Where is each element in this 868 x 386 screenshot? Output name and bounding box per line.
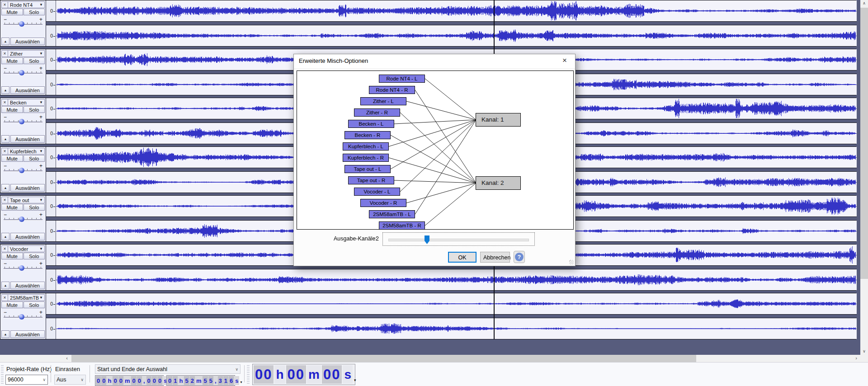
project-rate-select[interactable]: 96000 ∨ — [5, 375, 48, 385]
chevron-down-icon[interactable]: ▾ — [240, 376, 242, 385]
slider-thumb[interactable] — [425, 235, 429, 244]
time-digit[interactable]: 0 — [101, 376, 106, 385]
gain-slider[interactable]: − + — [1, 212, 45, 224]
mute-button[interactable]: Mute — [1, 106, 23, 113]
track-name[interactable]: Becken — [8, 100, 39, 105]
time-digit-group[interactable]: 00 — [254, 365, 274, 384]
track-menu-dropdown-icon[interactable]: ▼ — [39, 52, 44, 56]
collapse-button[interactable]: ▲ — [1, 184, 9, 192]
collapse-button[interactable]: ▲ — [1, 330, 9, 338]
close-icon[interactable]: × — [558, 54, 571, 68]
toolbar-grip[interactable] — [1, 365, 4, 384]
track-menu-dropdown-icon[interactable]: ▼ — [39, 296, 44, 300]
solo-button[interactable]: Solo — [24, 155, 45, 162]
vertical-scrollbar[interactable]: ∧ ∨ — [860, 0, 868, 355]
time-digit[interactable]: 0 — [152, 376, 157, 385]
waveform[interactable] — [56, 318, 857, 339]
time-separator[interactable]: h — [178, 376, 184, 385]
track-menu-dropdown-icon[interactable]: ▼ — [39, 149, 44, 153]
gain-slider-thumb[interactable] — [19, 70, 24, 75]
solo-button[interactable]: Solo — [24, 204, 45, 211]
chevron-down-icon[interactable]: ▾ — [354, 365, 356, 384]
mute-button[interactable]: Mute — [1, 301, 23, 308]
time-digit[interactable]: 5 — [208, 376, 213, 385]
audio-position-display[interactable]: 00h00m00s▾ — [252, 364, 355, 385]
track-close-button[interactable]: × — [2, 2, 8, 8]
select-button[interactable]: Auswählen — [10, 282, 45, 289]
track-menu-dropdown-icon[interactable]: ▼ — [39, 247, 44, 251]
time-digit[interactable]: 0 — [113, 376, 118, 385]
time-digit[interactable]: 0 — [137, 376, 142, 385]
mute-button[interactable]: Mute — [1, 9, 23, 15]
time-separator[interactable]: m — [195, 376, 203, 385]
track-name[interactable]: Vocoder — [8, 246, 39, 252]
mixer-input-box[interactable]: Tape out - L — [344, 165, 391, 173]
time-separator[interactable]: m — [124, 376, 131, 385]
gain-slider-thumb[interactable] — [19, 21, 24, 27]
cancel-button[interactable]: Abbrechen — [480, 252, 510, 263]
gain-slider-thumb[interactable] — [19, 119, 24, 124]
time-digit[interactable]: 2 — [190, 376, 195, 385]
mixer-input-box[interactable]: Zither - R — [354, 108, 400, 117]
time-digit[interactable]: 5 — [203, 376, 208, 385]
mixer-input-box[interactable]: Rode NT4 - L — [379, 75, 425, 83]
waveform[interactable] — [56, 269, 857, 290]
mixer-input-box[interactable]: Zither - L — [360, 97, 406, 105]
selection-end-field[interactable]: 01h52m55,316s▾ — [166, 375, 235, 386]
track-close-button[interactable]: × — [2, 197, 8, 203]
scroll-left-icon[interactable]: ‹ — [63, 355, 71, 362]
output-channels-slider[interactable] — [382, 232, 535, 246]
ok-button[interactable]: OK — [448, 252, 476, 263]
solo-button[interactable]: Solo — [24, 253, 45, 259]
mixer-input-box[interactable]: Kupferblech - R — [343, 154, 389, 162]
select-button[interactable]: Auswählen — [10, 184, 45, 192]
mixer-input-box[interactable]: 2SM58amTB - R — [379, 221, 425, 230]
track-close-button[interactable]: × — [2, 246, 8, 252]
time-digit-group[interactable]: 00 — [322, 365, 342, 384]
mute-button[interactable]: Mute — [1, 253, 23, 259]
time-separator[interactable]: s — [234, 376, 239, 385]
mixer-input-box[interactable]: Becken - L — [348, 120, 394, 128]
time-digit[interactable]: 0 — [167, 376, 172, 385]
track-name[interactable]: Kupferblech — [8, 149, 39, 154]
track-menu-dropdown-icon[interactable]: ▼ — [39, 100, 44, 104]
help-button[interactable]: ? — [514, 251, 525, 263]
track-menu-dropdown-icon[interactable]: ▼ — [39, 3, 44, 7]
time-digit[interactable]: 1 — [173, 376, 178, 385]
gain-slider-thumb[interactable] — [19, 168, 24, 173]
mute-button[interactable]: Mute — [1, 155, 23, 162]
mixer-input-box[interactable]: Rode NT4 - R — [369, 86, 415, 94]
mute-button[interactable]: Mute — [1, 204, 23, 211]
select-button[interactable]: Auswählen — [10, 38, 45, 45]
collapse-button[interactable]: ▲ — [1, 86, 9, 94]
mixer-input-box[interactable]: Kupferblech - L — [343, 142, 389, 151]
select-button[interactable]: Auswählen — [10, 330, 45, 338]
collapse-button[interactable]: ▲ — [1, 38, 9, 45]
track-close-button[interactable]: × — [2, 148, 8, 154]
vertical-scroll-thumb[interactable] — [860, 8, 868, 279]
select-button[interactable]: Auswählen — [10, 86, 45, 94]
gain-slider-thumb[interactable] — [19, 265, 24, 271]
mixer-output-box[interactable]: Kanal: 2 — [476, 176, 521, 190]
time-separator[interactable]: h — [107, 376, 112, 385]
time-digit[interactable]: 0 — [157, 376, 162, 385]
collapse-button[interactable]: ▲ — [1, 233, 9, 240]
time-digit-group[interactable]: 00 — [286, 365, 306, 384]
collapse-button[interactable]: ▲ — [1, 282, 9, 289]
track-menu-dropdown-icon[interactable]: ▼ — [39, 198, 44, 202]
gain-slider[interactable]: − + — [1, 261, 45, 273]
collapse-button[interactable]: ▲ — [1, 135, 9, 143]
scroll-down-icon[interactable]: ∨ — [860, 348, 868, 355]
horizontal-scrollbar[interactable]: ‹ › — [0, 355, 860, 362]
time-separator[interactable]: , — [142, 376, 146, 385]
track-close-button[interactable]: × — [2, 99, 8, 105]
solo-button[interactable]: Solo — [24, 106, 45, 113]
time-separator[interactable]: , — [214, 376, 217, 385]
gain-slider[interactable]: − + — [1, 310, 45, 321]
time-digit[interactable]: 0 — [96, 376, 101, 385]
mixer-input-box[interactable]: Becken - R — [344, 131, 391, 139]
time-digit[interactable]: 0 — [131, 376, 136, 385]
track-close-button[interactable]: × — [2, 295, 8, 301]
solo-button[interactable]: Solo — [24, 57, 45, 64]
snap-select[interactable]: Aus ∨ — [54, 375, 86, 385]
